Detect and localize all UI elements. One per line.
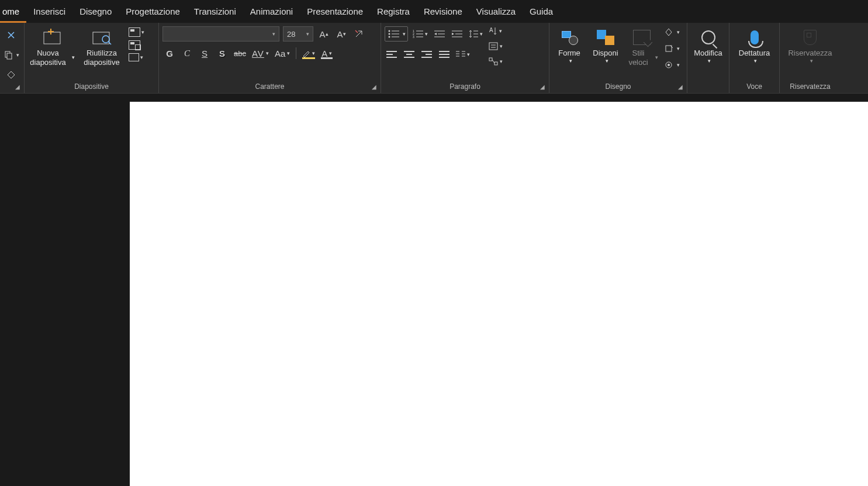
new-slide-button[interactable]: Nuova diapositiva ▾ [28,25,75,67]
group-label-diapositive: Diapositive [28,80,155,93]
change-case-button[interactable]: Aa ▾ [274,46,291,60]
content-area [0,94,868,486]
disponi-label: Disponi [593,49,618,58]
svg-rect-39 [489,58,492,61]
copy-icon[interactable] [2,49,15,61]
text-direction-button[interactable]: A ▾ [487,25,504,37]
forme-label: Forme [558,49,580,58]
slide-canvas[interactable] [130,102,868,486]
forme-button[interactable]: Forme ▾ [553,25,586,64]
quick-styles-icon [633,30,651,45]
clipboard-launcher-icon[interactable]: ◢ [13,82,22,91]
svg-rect-2 [44,32,60,44]
tab-revisione[interactable]: Revisione [417,0,469,23]
tab-presentazione[interactable]: Presentazione [300,0,370,23]
bold-button[interactable]: G [162,46,177,60]
chevron-down-icon: ▾ [569,58,572,64]
stili-veloci-button[interactable]: Stili veloci ▾ [625,25,658,67]
highlight-color-button[interactable]: ▾ [301,46,316,60]
font-size-value: 28 [287,30,295,39]
separator [296,47,296,59]
increase-indent-icon[interactable] [450,27,464,41]
font-name-input[interactable]: ▾ [162,26,279,42]
tab-visualizza[interactable]: Visualizza [469,0,523,23]
shape-outline-button[interactable] [662,42,676,56]
clear-formatting-icon[interactable] [352,27,366,41]
new-slide-icon [40,27,63,47]
tab-guida[interactable]: Guida [523,0,560,23]
shape-effects-button[interactable] [662,58,676,72]
tab-progettazione[interactable]: Progettazione [119,0,187,23]
new-slide-label: Nuova diapositiva [28,49,68,67]
font-color-button[interactable]: A ▾ [320,46,334,60]
tab-disegno[interactable]: Disegno [72,0,119,23]
tab-registra[interactable]: Registra [370,0,417,23]
format-painter-icon[interactable] [5,68,18,81]
dettatura-button[interactable]: Dettatura ▾ [733,25,776,64]
reuse-slides-button[interactable]: Riutilizza diapositive [78,25,125,67]
decrease-font-icon[interactable]: A▾ [334,27,348,41]
section-icon[interactable] [129,53,139,61]
bullets-button[interactable]: ▾ [385,26,408,42]
numbering-button[interactable]: 1 2 3 ▾ [411,27,429,41]
shapes-icon [561,30,578,45]
chevron-down-icon: ▾ [266,50,269,56]
group-label-riservatezza: Riservatezza [783,80,837,93]
stili-label: Stili veloci [625,49,651,67]
group-label-carattere: Carattere [162,80,377,93]
chevron-down-icon: ▾ [287,50,290,56]
carattere-launcher-icon[interactable]: ◢ [370,82,378,91]
tab-transizioni[interactable]: Transizioni [187,0,243,23]
italic-button[interactable]: C [180,46,194,60]
search-icon [701,30,715,44]
text-shadow-button[interactable]: S [215,46,229,60]
shape-fill-button[interactable] [662,25,676,39]
section-dropdown-icon[interactable]: ▾ [140,54,143,60]
paragrafo-launcher-icon[interactable]: ◢ [538,82,547,91]
layout-dropdown-icon[interactable]: ▾ [141,29,144,35]
disponi-button[interactable]: Disponi ▾ [589,25,622,64]
svg-point-10 [388,33,390,35]
align-right-icon[interactable] [420,47,434,61]
chevron-down-icon: ▾ [606,58,608,64]
reuse-slides-icon [91,27,113,47]
align-justify-icon[interactable] [437,47,451,61]
dettatura-label: Dettatura [739,49,770,58]
reset-layout-icon[interactable] [129,40,140,50]
disegno-launcher-icon[interactable]: ◢ [676,82,684,91]
ribbon-tabs: ome Inserisci Disegno Progettazione Tran… [0,0,868,23]
cut-icon[interactable] [5,29,18,42]
align-text-vertical-button[interactable]: ▾ [487,40,504,52]
font-size-input[interactable]: 28 ▾ [283,26,313,42]
chevron-down-icon: ▾ [500,58,503,64]
increase-font-icon[interactable]: A▴ [317,27,331,41]
copy-dropdown-icon[interactable]: ▾ [16,52,19,58]
tab-inserisci[interactable]: Inserisci [26,0,72,23]
line-spacing-button[interactable]: ▾ [468,27,484,41]
align-center-icon[interactable] [402,47,416,61]
chevron-down-icon[interactable]: ▾ [677,46,680,51]
svg-text:A: A [489,27,493,33]
columns-button[interactable]: ▾ [455,47,471,61]
tab-animazioni[interactable]: Animazioni [243,0,300,23]
decrease-indent-icon[interactable] [433,27,447,41]
slide-thumbnails-panel[interactable] [0,94,130,486]
chevron-down-icon[interactable]: ▾ [677,29,680,35]
underline-button[interactable]: S [198,46,212,60]
modifica-button[interactable]: Modifica ▾ [691,25,725,64]
font-name-dropdown-icon[interactable]: ▾ [272,31,275,37]
layout-icon[interactable] [129,27,140,37]
smartart-convert-button[interactable]: ▾ [487,56,504,67]
strikethrough-button[interactable]: abc [233,46,247,60]
font-size-dropdown-icon[interactable]: ▾ [306,31,309,37]
ribbon: ▾ ◢ Nuova diapositiva [0,23,868,94]
tab-home[interactable]: ome [0,0,26,23]
chevron-down-icon[interactable]: ▾ [677,62,680,68]
svg-rect-41 [666,46,672,51]
align-left-icon[interactable] [385,47,399,61]
microphone-icon [751,30,759,44]
char-spacing-button[interactable]: AV ▾ [251,46,270,60]
svg-rect-40 [494,62,497,65]
arrange-icon [597,30,614,45]
chevron-down-icon: ▾ [499,28,502,34]
